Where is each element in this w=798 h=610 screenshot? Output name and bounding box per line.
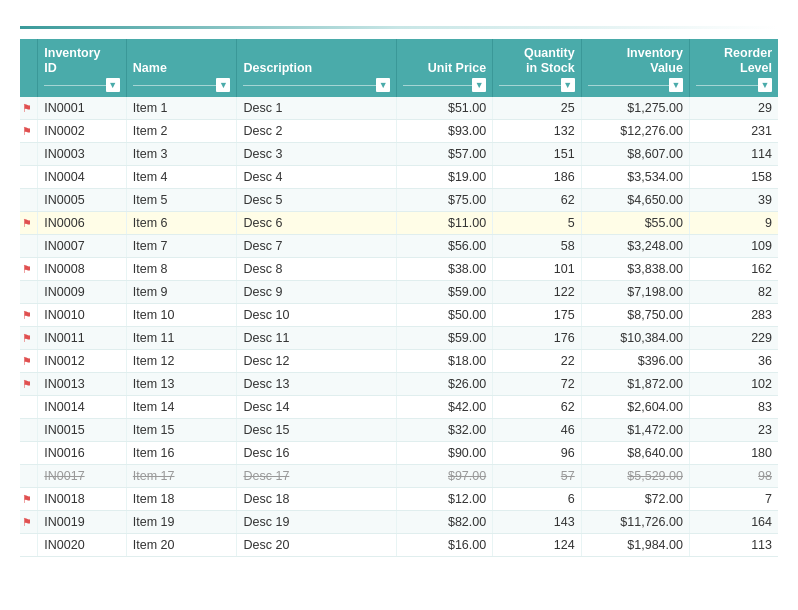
col-header-price: Unit Price▼ — [397, 39, 493, 97]
cell-price: $38.00 — [397, 258, 493, 281]
col-filter-dropdown[interactable]: ▼ — [561, 78, 575, 92]
cell-desc: Desc 16 — [237, 442, 397, 465]
cell-price: $26.00 — [397, 373, 493, 396]
cell-id: IN0020 — [38, 534, 127, 557]
col-header-label: Name — [133, 61, 231, 76]
row-flag-cell: ⚑ — [20, 304, 38, 327]
table-row: ⚑IN0008Item 8Desc 8$38.00101$3,838.00162 — [20, 258, 778, 281]
cell-price: $56.00 — [397, 235, 493, 258]
cell-id: IN0016 — [38, 442, 127, 465]
cell-inv-val: $7,198.00 — [581, 281, 689, 304]
cell-price: $97.00 — [397, 465, 493, 488]
cell-reorder: 7 — [689, 488, 778, 511]
cell-id: IN0001 — [38, 97, 127, 120]
col-header-label: ID — [44, 61, 120, 76]
table-row: ⚑IN0013Item 13Desc 13$26.0072$1,872.0010… — [20, 373, 778, 396]
row-flag-cell: ⚑ — [20, 511, 38, 534]
cell-inv-val: $3,838.00 — [581, 258, 689, 281]
cell-qty: 58 — [493, 235, 582, 258]
cell-name: Item 11 — [126, 327, 237, 350]
cell-price: $90.00 — [397, 442, 493, 465]
cell-inv-val: $11,726.00 — [581, 511, 689, 534]
cell-id: IN0008 — [38, 258, 127, 281]
cell-reorder: 158 — [689, 166, 778, 189]
cell-desc: Desc 10 — [237, 304, 397, 327]
cell-price: $42.00 — [397, 396, 493, 419]
cell-desc: Desc 8 — [237, 258, 397, 281]
cell-price: $82.00 — [397, 511, 493, 534]
cell-inv-val: $8,750.00 — [581, 304, 689, 327]
flag-icon: ⚑ — [22, 332, 32, 345]
cell-name: Item 9 — [126, 281, 237, 304]
cell-price: $75.00 — [397, 189, 493, 212]
table-row: ⚑IN0001Item 1Desc 1$51.0025$1,275.0029 — [20, 97, 778, 120]
col-header-label: Quantity — [499, 46, 575, 61]
cell-name: Item 14 — [126, 396, 237, 419]
cell-id: IN0012 — [38, 350, 127, 373]
table-row: ⚑IN0010Item 10Desc 10$50.00175$8,750.002… — [20, 304, 778, 327]
cell-reorder: 83 — [689, 396, 778, 419]
cell-reorder: 29 — [689, 97, 778, 120]
cell-price: $50.00 — [397, 304, 493, 327]
cell-name: Item 19 — [126, 511, 237, 534]
col-header-label: Value — [588, 61, 683, 76]
cell-id: IN0014 — [38, 396, 127, 419]
cell-id: IN0004 — [38, 166, 127, 189]
cell-inv-val: $8,607.00 — [581, 143, 689, 166]
col-filter-dropdown[interactable]: ▼ — [106, 78, 120, 92]
cell-name: Item 20 — [126, 534, 237, 557]
cell-id: IN0019 — [38, 511, 127, 534]
cell-id: IN0017 — [38, 465, 127, 488]
cell-id: IN0010 — [38, 304, 127, 327]
col-filter-dropdown[interactable]: ▼ — [376, 78, 390, 92]
cell-qty: 175 — [493, 304, 582, 327]
row-flag-cell — [20, 419, 38, 442]
cell-desc: Desc 5 — [237, 189, 397, 212]
cell-desc: Desc 12 — [237, 350, 397, 373]
table-row: ⚑IN0002Item 2Desc 2$93.00132$12,276.0023… — [20, 120, 778, 143]
table-row: IN0014Item 14Desc 14$42.0062$2,604.0083 — [20, 396, 778, 419]
cell-name: Item 7 — [126, 235, 237, 258]
cell-qty: 151 — [493, 143, 582, 166]
cell-reorder: 102 — [689, 373, 778, 396]
cell-reorder: 162 — [689, 258, 778, 281]
cell-desc: Desc 6 — [237, 212, 397, 235]
flag-icon: ⚑ — [22, 125, 32, 138]
table-wrapper: InventoryID▼Name▼Description▼Unit Price▼… — [20, 39, 778, 557]
row-flag-cell — [20, 143, 38, 166]
col-header-invVal: InventoryValue▼ — [581, 39, 689, 97]
cell-name: Item 15 — [126, 419, 237, 442]
row-flag-cell — [20, 465, 38, 488]
table-header-row: InventoryID▼Name▼Description▼Unit Price▼… — [20, 39, 778, 97]
cell-price: $51.00 — [397, 97, 493, 120]
col-filter-dropdown[interactable]: ▼ — [758, 78, 772, 92]
table-row: ⚑IN0006Item 6Desc 6$11.005$55.009 — [20, 212, 778, 235]
table-row: ⚑IN0018Item 18Desc 18$12.006$72.007 — [20, 488, 778, 511]
row-flag-cell — [20, 281, 38, 304]
cell-qty: 62 — [493, 396, 582, 419]
cell-inv-val: $12,276.00 — [581, 120, 689, 143]
cell-name: Item 2 — [126, 120, 237, 143]
cell-price: $32.00 — [397, 419, 493, 442]
cell-name: Item 16 — [126, 442, 237, 465]
cell-qty: 176 — [493, 327, 582, 350]
cell-reorder: 36 — [689, 350, 778, 373]
cell-desc: Desc 20 — [237, 534, 397, 557]
col-filter-dropdown[interactable]: ▼ — [472, 78, 486, 92]
cell-desc: Desc 14 — [237, 396, 397, 419]
cell-id: IN0003 — [38, 143, 127, 166]
cell-name: Item 1 — [126, 97, 237, 120]
table-row: IN0007Item 7Desc 7$56.0058$3,248.00109 — [20, 235, 778, 258]
cell-desc: Desc 1 — [237, 97, 397, 120]
cell-reorder: 98 — [689, 465, 778, 488]
cell-id: IN0013 — [38, 373, 127, 396]
cell-name: Item 8 — [126, 258, 237, 281]
flag-icon: ⚑ — [22, 355, 32, 368]
cell-desc: Desc 17 — [237, 465, 397, 488]
flag-icon: ⚑ — [22, 102, 32, 115]
table-row: IN0017Item 17Desc 17$97.0057$5,529.0098 — [20, 465, 778, 488]
table-row: ⚑IN0012Item 12Desc 12$18.0022$396.0036 — [20, 350, 778, 373]
col-filter-dropdown[interactable]: ▼ — [669, 78, 683, 92]
col-filter-dropdown[interactable]: ▼ — [216, 78, 230, 92]
cell-qty: 46 — [493, 419, 582, 442]
